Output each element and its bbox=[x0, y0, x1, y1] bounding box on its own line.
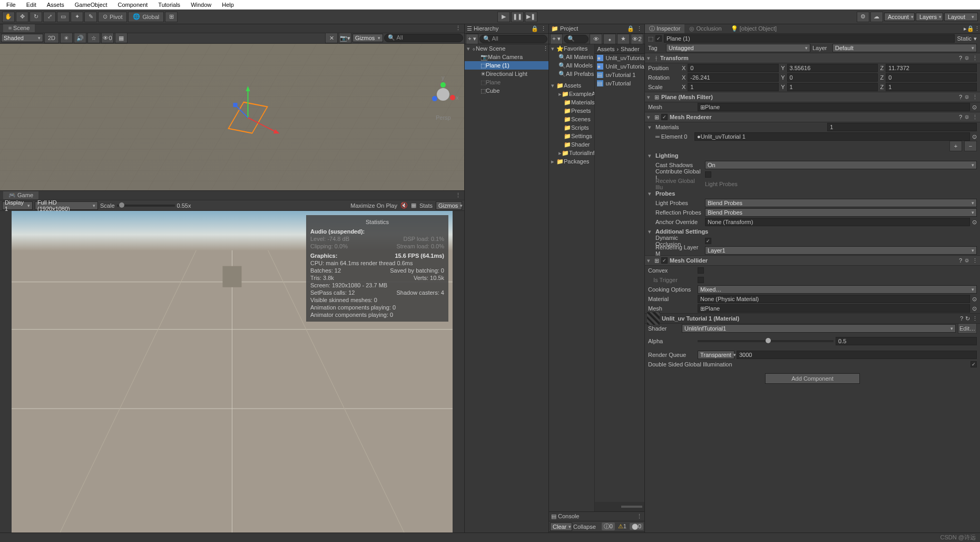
rot-y[interactable]: 0 bbox=[787, 73, 878, 82]
scene-search[interactable]: 🔍 All bbox=[384, 34, 463, 42]
layer-dropdown[interactable]: Default bbox=[832, 44, 977, 52]
anchor-override-field[interactable]: None (Transform) bbox=[705, 218, 970, 226]
step-button[interactable]: ▶❚ bbox=[525, 12, 537, 22]
light-probes-dropdown[interactable]: Blend Probes bbox=[705, 199, 977, 207]
fx-icon[interactable]: ☆ bbox=[87, 33, 100, 43]
layers-dropdown[interactable]: Layers bbox=[916, 13, 943, 21]
info-count[interactable]: ⓘ0 bbox=[602, 522, 615, 530]
game-gizmos-dropdown[interactable]: Gizmos bbox=[436, 201, 462, 210]
menu-window[interactable]: Window bbox=[185, 2, 217, 8]
assets-row[interactable]: ▾📁 Assets bbox=[549, 81, 594, 90]
picker-icon[interactable]: ⊙ bbox=[972, 133, 977, 140]
custom-tool[interactable]: ✎ bbox=[84, 12, 97, 22]
scale-z[interactable]: 1 bbox=[886, 83, 977, 91]
collapse-toggle[interactable]: Collapse bbox=[573, 524, 596, 530]
hand-tool[interactable]: ✋ bbox=[2, 12, 15, 22]
mute-icon[interactable]: 🔇 bbox=[400, 202, 408, 209]
material-0-field[interactable]: ● Unlit_uvTutorial 1 bbox=[694, 132, 970, 141]
search-filter[interactable]: 🔍 All Prefabs bbox=[549, 70, 594, 78]
scale-x[interactable]: 1 bbox=[688, 83, 779, 91]
audio-icon[interactable]: 🔊 bbox=[74, 33, 86, 43]
renderer-enabled[interactable]: ✓ bbox=[661, 114, 668, 120]
warn-count[interactable]: ⚠1 bbox=[616, 523, 629, 530]
gizmos-dropdown[interactable]: Gizmos bbox=[352, 34, 383, 42]
pos-x[interactable]: 0 bbox=[688, 64, 779, 72]
hierarchy-search[interactable]: 🔍 All bbox=[479, 35, 547, 43]
panel-menu-icon[interactable]: ⋮ bbox=[455, 25, 461, 32]
rot-z[interactable]: 0 bbox=[886, 73, 977, 82]
search-filter[interactable]: 🔍 All Models bbox=[549, 61, 594, 70]
favorites-row[interactable]: ▾⭐ Favorites bbox=[549, 44, 594, 53]
folder-row[interactable]: 📁 Shader bbox=[549, 140, 594, 149]
cast-shadows-dropdown[interactable]: On bbox=[705, 161, 977, 169]
static-dropdown[interactable]: Static bbox=[957, 35, 972, 42]
settings-icon[interactable]: ⚙ bbox=[857, 12, 869, 22]
pos-z[interactable]: 11.7372 bbox=[886, 64, 977, 72]
active-checkbox[interactable]: ✓ bbox=[655, 35, 662, 42]
help-icon[interactable]: ? bbox=[960, 315, 963, 322]
mesh-field[interactable]: ⊞ Plane bbox=[698, 103, 970, 111]
rot-x[interactable]: -26.241 bbox=[688, 73, 779, 82]
snap-toggle[interactable]: ⊞ bbox=[165, 12, 178, 22]
picker-icon[interactable]: ⊙ bbox=[972, 296, 977, 303]
create-dropdown[interactable]: + ▾ bbox=[466, 34, 478, 44]
transform-header[interactable]: ▾⟊Transform?⛭⋮ bbox=[645, 53, 980, 63]
shader-edit-button[interactable]: Edit… bbox=[958, 323, 977, 334]
asset-item[interactable]: ▤uvTutorial 1 bbox=[595, 71, 644, 79]
scene-row[interactable]: ▾⬨ New Scene⋮ bbox=[465, 44, 548, 53]
folder-row[interactable]: 📁 Presets bbox=[549, 107, 594, 115]
panel-menu-icon[interactable]: ⋮ bbox=[974, 25, 980, 32]
panel-menu-icon[interactable]: ⋮ bbox=[636, 25, 642, 32]
physic-material-field[interactable]: None (Physic Material) bbox=[698, 295, 970, 303]
render-queue-value[interactable]: 3000 bbox=[737, 351, 977, 359]
menu-component[interactable]: Component bbox=[112, 2, 153, 8]
camera-icon[interactable]: ▦ bbox=[115, 33, 128, 43]
add-material[interactable]: + bbox=[949, 141, 962, 151]
picker-icon[interactable]: ⊙ bbox=[972, 104, 977, 111]
maximize-toggle[interactable]: Maximize On Play bbox=[350, 202, 397, 209]
collider-enabled[interactable]: ✓ bbox=[661, 257, 668, 264]
global-toggle[interactable]: 🌐Global bbox=[128, 12, 164, 22]
lock-icon[interactable]: 🔒 bbox=[627, 25, 634, 32]
cam-icon[interactable]: 📷▾ bbox=[339, 33, 351, 43]
draw-mode-dropdown[interactable]: Shaded bbox=[1, 34, 43, 42]
display-dropdown[interactable]: Display 1 bbox=[2, 201, 33, 210]
folder-row[interactable]: 📁 Scripts bbox=[549, 123, 594, 132]
pivot-toggle[interactable]: ⊙Pivot bbox=[98, 12, 127, 22]
hierarchy-item[interactable]: ⬚ Cube bbox=[465, 86, 548, 95]
packages-row[interactable]: ▸📁 Packages bbox=[549, 157, 594, 166]
hidden-icon[interactable]: 👁0 bbox=[101, 33, 114, 43]
menu-assets[interactable]: Assets bbox=[42, 2, 70, 8]
rotate-tool[interactable]: ↻ bbox=[30, 12, 42, 22]
cloud-icon[interactable]: ☁ bbox=[870, 12, 883, 22]
light-icon[interactable]: ☀ bbox=[60, 33, 73, 43]
folder-row[interactable]: 📁 Materials bbox=[549, 98, 594, 107]
tag-dropdown[interactable]: Untagged bbox=[666, 44, 810, 52]
search-filter[interactable]: 🔍 All Materia bbox=[549, 53, 594, 61]
game-tab[interactable]: 🎮 Game bbox=[3, 191, 38, 199]
transform-tool[interactable]: ✦ bbox=[71, 12, 83, 22]
lock-icon[interactable]: 🔒 bbox=[967, 25, 974, 32]
shader-dropdown[interactable]: Unlit/infTutorial1 bbox=[682, 324, 956, 333]
scene-viewport[interactable]: y x Persp bbox=[0, 44, 464, 190]
help-icon[interactable]: ? bbox=[959, 55, 962, 61]
pos-y[interactable]: 3.55616 bbox=[787, 64, 878, 72]
scale-y[interactable]: 1 bbox=[787, 83, 878, 91]
zoom-slider[interactable] bbox=[621, 506, 642, 508]
filter-icon[interactable]: ★ bbox=[617, 34, 630, 44]
hierarchy-item[interactable]: ⬚ Plane bbox=[465, 78, 548, 86]
rect-tool[interactable]: ▭ bbox=[57, 12, 70, 22]
project-tab[interactable]: 📁 Project bbox=[551, 25, 578, 32]
pause-button[interactable]: ❚❚ bbox=[511, 12, 524, 22]
asset-item[interactable]: ●Unlit_uvTutoria bbox=[595, 62, 644, 71]
material-header[interactable]: Unlit_uv Tutorial 1 (Material)?↻⋮ bbox=[645, 313, 980, 324]
reflection-probes-dropdown[interactable]: Blend Probes bbox=[705, 208, 977, 217]
hierarchy-item[interactable]: 📷 Main Camera bbox=[465, 53, 548, 61]
project-search[interactable]: 🔍 bbox=[564, 35, 589, 43]
render-queue-dropdown[interactable]: Transparent bbox=[698, 351, 734, 359]
inspector-tab[interactable]: ⓘ Inspector bbox=[645, 24, 684, 33]
preset-icon[interactable]: ⛭ bbox=[964, 55, 970, 61]
tools-icon[interactable]: ✕ bbox=[325, 33, 338, 43]
menu-gameobject[interactable]: GameObject bbox=[70, 2, 113, 8]
collider-mesh-field[interactable]: ⊞ Plane bbox=[698, 304, 970, 313]
